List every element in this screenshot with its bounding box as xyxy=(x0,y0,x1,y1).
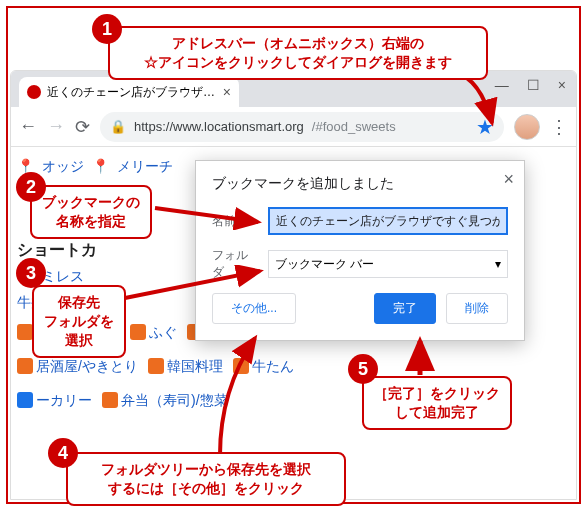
chip-label: ーカリー xyxy=(36,387,92,413)
reload-icon[interactable]: ⟳ xyxy=(75,116,90,138)
delete-button[interactable]: 削除 xyxy=(446,293,508,324)
category-chip[interactable]: 牛たん xyxy=(233,353,294,379)
category-chip[interactable]: ーカリー xyxy=(17,387,92,413)
address-bar[interactable]: 🔒 https://www.locationsmart.org/#food_sw… xyxy=(100,112,504,142)
kebab-menu-icon[interactable]: ⋮ xyxy=(550,116,568,138)
toolbar: ← → ⟳ 🔒 https://www.locationsmart.org/#f… xyxy=(11,107,576,147)
url-host: https://www.locationsmart.org xyxy=(134,119,304,134)
chip-icon xyxy=(233,358,249,374)
chip-label: 牛たん xyxy=(252,353,294,379)
chip-label: 弁当（寿司)/惣菜 xyxy=(121,387,228,413)
more-button[interactable]: その他... xyxy=(212,293,296,324)
chip-icon xyxy=(130,324,146,340)
category-chip[interactable]: ふぐ xyxy=(130,319,177,345)
window-controls: — ☐ × xyxy=(495,77,566,93)
bookmark-star-icon[interactable]: ★ xyxy=(476,115,494,139)
callout-1: アドレスバー（オムニボックス）右端の ☆アイコンをクリックしてダイアログを開きま… xyxy=(108,26,488,80)
category-chip[interactable]: 弁当（寿司)/惣菜 xyxy=(102,387,228,413)
dialog-close-icon[interactable]: × xyxy=(503,169,514,190)
place-link[interactable]: メリーチ xyxy=(117,153,173,179)
chip-icon xyxy=(102,392,118,408)
callout-2: ブックマークの 名称を指定 xyxy=(30,185,152,239)
chip-icon xyxy=(17,324,33,340)
dialog-title: ブックマークを追加しました xyxy=(212,175,508,193)
name-label: 名前 xyxy=(212,213,256,230)
chip-label: 韓国料理 xyxy=(167,353,223,379)
bookmark-dialog: ブックマークを追加しました × 名前 フォルダ ブックマーク バー ▾ その他.… xyxy=(195,160,525,341)
category-chip[interactable]: 韓国料理 xyxy=(148,353,223,379)
chip-label: ふぐ xyxy=(149,319,177,345)
badge-5: 5 xyxy=(348,354,378,384)
minimize-icon[interactable]: — xyxy=(495,77,509,93)
forward-icon[interactable]: → xyxy=(47,116,65,137)
profile-avatar[interactable] xyxy=(514,114,540,140)
chip-icon xyxy=(17,392,33,408)
badge-3: 3 xyxy=(16,258,46,288)
tab-close-icon[interactable]: × xyxy=(223,84,231,100)
maximize-icon[interactable]: ☐ xyxy=(527,77,540,93)
browser-tab[interactable]: 近くのチェーン店がブラウザですぐ見つ × xyxy=(19,77,239,107)
url-path: /#food_sweets xyxy=(312,119,396,134)
done-button[interactable]: 完了 xyxy=(374,293,436,324)
badge-2: 2 xyxy=(16,172,46,202)
callout-3: 保存先 フォルダを 選択 xyxy=(32,285,126,358)
map-pin-icon: 📍 xyxy=(92,153,109,179)
folder-value: ブックマーク バー xyxy=(275,256,374,273)
bookmark-name-input[interactable] xyxy=(268,207,508,235)
tab-title: 近くのチェーン店がブラウザですぐ見つ xyxy=(47,84,217,101)
place-link[interactable]: オッジ xyxy=(42,153,84,179)
favicon xyxy=(27,85,41,99)
callout-4: フォルダツリーから保存先を選択 するには［その他］をクリック xyxy=(66,452,346,506)
callout-5: ［完了］をクリック して追加完了 xyxy=(362,376,512,430)
chevron-down-icon: ▾ xyxy=(495,257,501,271)
lock-icon: 🔒 xyxy=(110,119,126,134)
folder-label: フォルダ xyxy=(212,247,256,281)
folder-select[interactable]: ブックマーク バー ▾ xyxy=(268,250,508,278)
badge-1: 1 xyxy=(92,14,122,44)
close-window-icon[interactable]: × xyxy=(558,77,566,93)
badge-4: 4 xyxy=(48,438,78,468)
back-icon[interactable]: ← xyxy=(19,116,37,137)
chip-icon xyxy=(148,358,164,374)
chip-icon xyxy=(17,358,33,374)
